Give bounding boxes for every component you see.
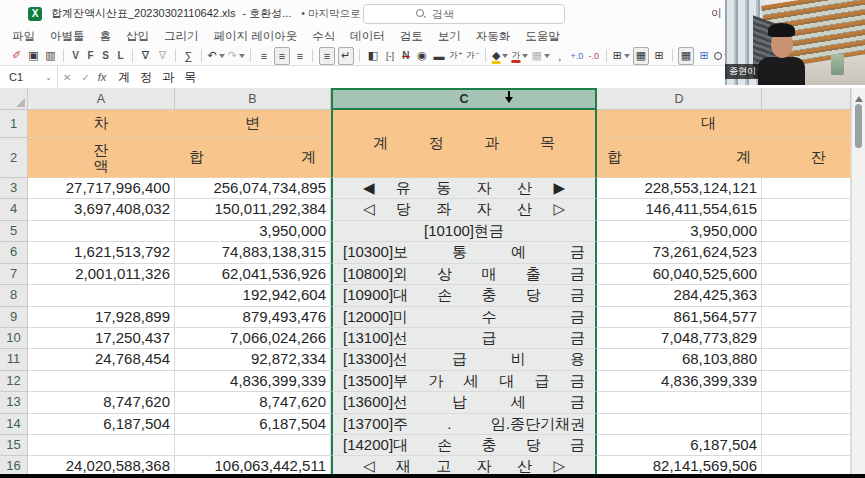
cell-col-b[interactable] — [175, 435, 331, 456]
cell-col-e[interactable] — [762, 392, 851, 413]
ribbon-tab[interactable]: 자동화 — [476, 29, 511, 44]
ribbon-tab[interactable]: 데이터 — [350, 29, 385, 44]
middle-align-icon[interactable]: ≡ — [319, 47, 335, 65]
cell-col-a[interactable]: 6,187,504 — [28, 414, 175, 435]
row-number[interactable]: 9 — [0, 307, 28, 328]
cell-col-e[interactable] — [762, 264, 851, 285]
filter-icon[interactable]: ∇ — [139, 48, 153, 64]
align-left-icon[interactable]: ≡ — [257, 48, 271, 64]
toolbar-separator[interactable] — [132, 49, 133, 62]
document-filename[interactable]: 합계잔액시산표_20230302110642.xls — [51, 6, 235, 21]
cell-col-a[interactable]: 17,250,437 — [28, 328, 175, 349]
name-box[interactable]: C1 ⌄ — [0, 66, 58, 88]
cell-col-a[interactable]: 27,717,996,400 — [28, 178, 175, 199]
wrap-text-icon[interactable]: ↵ — [338, 47, 354, 65]
toolbar-separator[interactable] — [250, 49, 251, 62]
toolbar-separator[interactable] — [485, 49, 486, 62]
cell-col-a[interactable]: 8,747,620 — [28, 392, 175, 413]
insert-function-icon[interactable]: fx — [98, 71, 107, 83]
cell-a1[interactable]: 차 — [28, 110, 175, 138]
cell-col-c-selected[interactable]: [10900]대 손 충 당 금 — [331, 285, 597, 306]
macro-v-button[interactable]: V — [70, 48, 82, 64]
excel-app-icon[interactable]: X — [28, 7, 42, 21]
ribbon-tab[interactable]: 보기 — [438, 29, 461, 44]
row-number[interactable]: 3 — [0, 178, 28, 199]
cell-col-c-selected[interactable]: ◁당 좌 자 산▷ — [331, 199, 597, 220]
cell-col-d[interactable]: 68,103,880 — [597, 349, 762, 370]
cell-col-d[interactable] — [597, 414, 762, 435]
align-center-icon[interactable]: ≡ — [274, 47, 290, 65]
cell-col-c-selected[interactable]: [13300]선 급 비 용 — [331, 349, 597, 370]
toolbar-separator[interactable] — [606, 49, 607, 62]
cell-a2[interactable]: 잔 액 — [28, 138, 175, 178]
cell-col-c-selected[interactable]: [10100]현금 — [331, 221, 597, 242]
select-all-corner[interactable] — [0, 88, 28, 110]
font-increase-icon[interactable]: 가⁺ — [449, 48, 463, 64]
cell-col-b[interactable]: 3,950,000 — [175, 221, 331, 242]
cell-col-d[interactable]: 3,950,000 — [597, 221, 762, 242]
macro-f-button[interactable]: F — [85, 48, 97, 64]
cell-col-c-selected[interactable]: [14200]대 손 충 당 금 — [331, 435, 597, 456]
row-number[interactable]: 11 — [0, 349, 28, 370]
cell-col-b[interactable]: 8,747,620 — [175, 392, 331, 413]
borders-icon[interactable]: ⊞ — [613, 48, 630, 64]
toolbar-separator[interactable] — [312, 49, 313, 62]
cell-c1-merged-account-title[interactable]: 계 정 과 목 — [331, 110, 597, 178]
ribbon-tab[interactable]: 페이지 레이아웃 — [214, 29, 298, 44]
align-right-icon[interactable]: ≡ — [293, 48, 307, 64]
cell-col-d[interactable]: 73,261,624,523 — [597, 242, 762, 263]
cell-col-c-selected[interactable]: ◀유 동 자 산▶ — [331, 178, 597, 199]
cell-col-e[interactable] — [762, 435, 851, 456]
toolbar-separator[interactable] — [359, 49, 360, 62]
outline-border-icon[interactable]: ▦ — [633, 47, 649, 65]
cell-col-e[interactable] — [762, 307, 851, 328]
cell-col-c-selected[interactable]: [10800]외 상 매 출 금 — [331, 264, 597, 285]
scroll-up-icon[interactable] — [855, 92, 863, 102]
confirm-entry-icon[interactable]: ✓ — [81, 72, 89, 83]
cell-col-e[interactable] — [762, 242, 851, 263]
dark-cell-icon[interactable]: ▬ — [432, 48, 446, 64]
cell-col-c-selected[interactable]: [13500]부 가 세 대 급 금 — [331, 371, 597, 392]
macro-s-button[interactable]: S — [100, 48, 112, 64]
cell-col-c-selected[interactable]: [10300]보 통 예 금 — [331, 242, 597, 263]
cell-col-b[interactable]: 879,493,476 — [175, 307, 331, 328]
cell-col-d[interactable]: 284,425,363 — [597, 285, 762, 306]
row-number[interactable]: 10 — [0, 328, 28, 349]
copy-sheet-icon[interactable]: ▣ — [27, 48, 41, 64]
cell-col-b[interactable]: 6,187,504 — [175, 414, 331, 435]
cell-col-a[interactable]: 2,001,011,326 — [28, 264, 175, 285]
clear-filter-icon[interactable]: ∇ — [156, 48, 170, 64]
cell-col-d[interactable]: 60,040,525,600 — [597, 264, 762, 285]
ribbon-tab[interactable]: 수식 — [312, 29, 335, 44]
redo-icon[interactable]: ↷ — [228, 48, 245, 64]
autosum-icon[interactable]: ∑ — [182, 48, 196, 64]
paste-sheet-icon[interactable]: ▥ — [44, 48, 58, 64]
cell-col-d[interactable] — [597, 392, 762, 413]
cell-col-a[interactable]: 24,768,454 — [28, 349, 175, 370]
cell-col-e[interactable] — [762, 414, 851, 435]
ribbon-tab[interactable]: 아별툴 — [50, 29, 85, 44]
increase-decimal-icon[interactable]: +.0 — [570, 48, 584, 64]
cell-col-e[interactable] — [762, 328, 851, 349]
comma-style-icon[interactable]: , — [553, 48, 567, 64]
cell-col-b[interactable]: 92,872,334 — [175, 349, 331, 370]
cell-col-e[interactable] — [762, 371, 851, 392]
formula-bar-value[interactable]: 계 정 과 목 — [118, 69, 196, 86]
chevron-down-icon[interactable]: ⌄ — [45, 73, 52, 82]
search-input[interactable]: 검색 — [363, 4, 565, 24]
column-header-e[interactable] — [762, 88, 851, 110]
ribbon-tab[interactable]: 삽입 — [126, 29, 149, 44]
row-header-1[interactable]: 1 — [0, 110, 28, 138]
cell-col-d[interactable]: 4,836,399,339 — [597, 371, 762, 392]
toolbar-separator[interactable] — [175, 49, 176, 62]
cell-col-c-selected[interactable]: [13600]선 납 세 금 — [331, 392, 597, 413]
brackets-format-icon[interactable]: [-] — [383, 48, 397, 64]
toolbar-separator[interactable] — [201, 49, 202, 62]
cell-col-e[interactable] — [762, 221, 851, 242]
vertical-scrollbar[interactable] — [851, 88, 865, 478]
format-painter-icon[interactable]: ✐ — [10, 48, 24, 64]
cell-col-d[interactable]: 861,564,577 — [597, 307, 762, 328]
cell-b2[interactable]: 합 계 — [175, 138, 331, 178]
invert-fill-icon[interactable]: ◧ — [366, 48, 380, 64]
ribbon-tab[interactable]: 도움말 — [525, 29, 560, 44]
